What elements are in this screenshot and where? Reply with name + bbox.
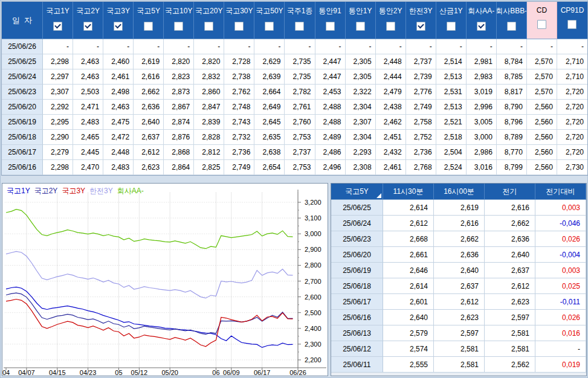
rates-cell[interactable]: 2,483 <box>73 115 103 130</box>
rates-cell[interactable]: 2,521 <box>436 115 467 130</box>
rates-row-date[interactable]: 25/06/20 <box>2 100 43 115</box>
detail-1130-cell[interactable]: 2,640 <box>383 310 434 325</box>
rates-cell[interactable]: 2,488 <box>315 115 346 130</box>
rates-cell[interactable]: 2,996 <box>467 100 497 115</box>
column-checkbox-14[interactable] <box>477 22 486 31</box>
rates-cell[interactable]: 2,735 <box>285 54 315 69</box>
rates-cell[interactable]: 2,298 <box>43 160 73 175</box>
detail-row-date[interactable]: 25/06/20 <box>331 247 383 263</box>
rates-cell[interactable]: 2,438 <box>376 100 406 115</box>
rates-cell[interactable]: 2,981 <box>467 54 497 69</box>
rates-cell[interactable]: 2,812 <box>194 145 224 160</box>
rates-cell[interactable]: 2,847 <box>194 100 224 115</box>
rates-cell[interactable]: 2,760 <box>285 115 315 130</box>
rates-cell[interactable]: 2,465 <box>73 130 103 145</box>
detail-1130-cell[interactable]: 2,555 <box>383 357 434 373</box>
rates-cell[interactable]: 8,790 <box>497 100 527 115</box>
legend-item[interactable]: 국고2Y <box>34 187 58 195</box>
detail-change-cell[interactable]: -0,046 <box>535 216 586 231</box>
legend-item[interactable]: 국고3Y <box>62 187 85 195</box>
detail-prev-cell[interactable]: 2,616 <box>485 200 535 216</box>
rates-cell[interactable]: - <box>527 39 557 54</box>
detail-change-cell[interactable]: 0,026 <box>535 310 586 325</box>
rates-cell[interactable]: - <box>557 39 587 54</box>
rates-cell[interactable]: 2,820 <box>164 54 194 69</box>
column-header-9[interactable]: 통안91 <box>315 2 346 39</box>
column-header-5[interactable]: 국고20Y <box>194 2 224 39</box>
rates-cell[interactable]: 2,470 <box>73 160 103 175</box>
detail-1600-cell[interactable]: 2,612 <box>434 294 485 310</box>
column-header-15[interactable]: 회사BBB- <box>497 2 527 39</box>
rates-cell[interactable]: 2,297 <box>43 69 73 85</box>
rates-cell[interactable]: 2,649 <box>254 100 285 115</box>
rates-cell[interactable]: 2,720 <box>557 85 587 100</box>
rates-cell[interactable]: 2,290 <box>43 130 73 145</box>
rates-cell[interactable]: 2,823 <box>164 69 194 85</box>
rates-cell[interactable]: 2,307 <box>346 115 376 130</box>
rates-cell[interactable]: 2,761 <box>285 100 315 115</box>
rates-cell[interactable]: 2,736 <box>406 145 436 160</box>
rates-cell[interactable]: 2,560 <box>527 160 557 175</box>
rates-cell[interactable]: 2,743 <box>224 115 254 130</box>
detail-change-cell[interactable]: 0,016 <box>535 325 586 341</box>
rates-cell[interactable]: 2,503 <box>73 85 103 100</box>
rates-cell[interactable]: 2,305 <box>346 69 376 85</box>
rates-cell[interactable]: 2,639 <box>254 69 285 85</box>
rates-cell[interactable]: 3,000 <box>467 130 497 145</box>
rates-cell[interactable]: 2,860 <box>194 85 224 100</box>
detail-row-date[interactable]: 25/06/18 <box>331 278 383 294</box>
rates-cell[interactable]: 2,636 <box>134 100 164 115</box>
rates-cell[interactable]: 2,496 <box>315 160 346 175</box>
rates-cell[interactable]: 2,732 <box>224 130 254 145</box>
rates-cell[interactable]: 2,720 <box>557 130 587 145</box>
rates-cell[interactable]: 2,820 <box>194 54 224 69</box>
rates-cell[interactable]: 3,016 <box>467 160 497 175</box>
column-checkbox-3[interactable] <box>144 22 153 31</box>
rates-cell[interactable]: 2,513 <box>436 100 467 115</box>
rates-cell[interactable]: 2,828 <box>194 130 224 145</box>
detail-1130-cell[interactable]: 2,661 <box>383 247 434 263</box>
rates-cell[interactable]: - <box>285 39 315 54</box>
rates-row-date[interactable]: 25/06/23 <box>2 85 43 100</box>
rates-cell[interactable]: 2,738 <box>224 69 254 85</box>
rates-cell[interactable]: 2,640 <box>134 115 164 130</box>
detail-row-date[interactable]: 25/06/12 <box>331 341 383 357</box>
detail-1130-cell[interactable]: 2,601 <box>383 294 434 310</box>
detail-change-cell[interactable]: 0,026 <box>535 231 586 247</box>
rates-row-date[interactable]: 25/06/25 <box>2 54 43 69</box>
detail-header-1[interactable]: 11시30분 <box>383 184 434 200</box>
detail-1600-cell[interactable]: 2,581 <box>434 357 485 373</box>
rates-cell[interactable]: - <box>436 39 467 54</box>
column-checkbox-10[interactable] <box>356 22 365 31</box>
detail-change-cell[interactable]: 0,003 <box>535 200 586 216</box>
rates-cell[interactable]: 2,447 <box>315 69 346 85</box>
rates-cell[interactable]: 2,304 <box>346 130 376 145</box>
rates-cell[interactable]: 8,817 <box>497 85 527 100</box>
rates-cell[interactable]: 2,560 <box>527 115 557 130</box>
rates-cell[interactable]: 2,462 <box>376 115 406 130</box>
detail-prev-cell[interactable]: 2,636 <box>485 231 535 247</box>
detail-1600-cell[interactable]: 2,637 <box>434 278 485 294</box>
rates-cell[interactable]: 2,762 <box>224 85 254 100</box>
rates-cell[interactable]: 2,504 <box>436 145 467 160</box>
detail-prev-cell[interactable]: 2,662 <box>485 216 535 231</box>
rates-cell[interactable]: 2,864 <box>164 160 194 175</box>
column-checkbox-8[interactable] <box>295 22 304 31</box>
rates-cell[interactable]: 2,445 <box>73 145 103 160</box>
detail-prev-cell[interactable]: 2,562 <box>485 357 535 373</box>
rates-row-date[interactable]: 25/06/24 <box>2 69 43 85</box>
detail-prev-cell[interactable]: 2,612 <box>485 278 535 294</box>
rates-cell[interactable]: 2,514 <box>436 54 467 69</box>
rates-cell[interactable]: 2,720 <box>557 115 587 130</box>
column-header-16[interactable]: CD <box>527 2 557 39</box>
rates-cell[interactable]: - <box>103 39 134 54</box>
rates-cell[interactable]: - <box>497 39 527 54</box>
detail-prev-cell[interactable]: 2,623 <box>485 294 535 310</box>
detail-header-0[interactable]: 국고5Y <box>331 184 383 200</box>
rates-cell[interactable]: - <box>315 39 346 54</box>
detail-header-3[interactable]: 전기 <box>485 184 535 200</box>
column-header-7[interactable]: 국고50Y <box>254 2 285 39</box>
rates-cell[interactable]: 2,524 <box>436 160 467 175</box>
detail-1600-cell[interactable]: 2,597 <box>434 325 485 341</box>
rates-cell[interactable]: 2,737 <box>406 54 436 69</box>
